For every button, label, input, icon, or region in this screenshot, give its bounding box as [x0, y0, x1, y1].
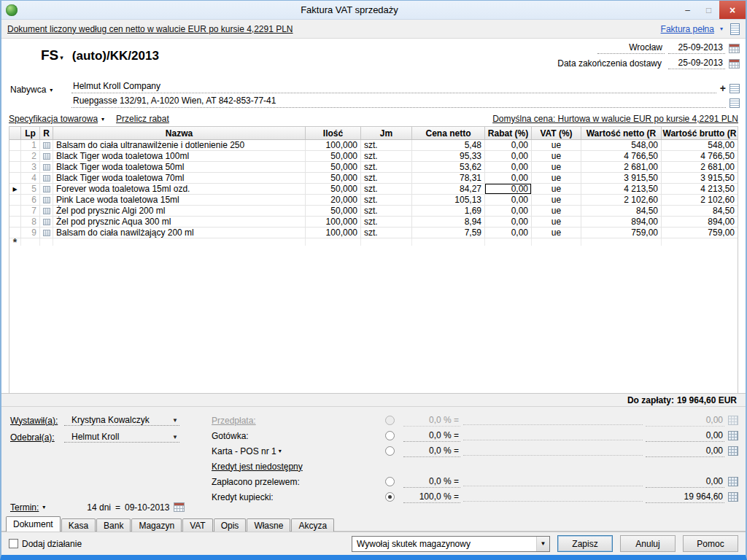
payment-label[interactable]: Kredyt jest niedostępny — [212, 462, 303, 472]
payment-radio[interactable] — [385, 446, 395, 456]
tab-opis[interactable]: Opis — [214, 518, 247, 532]
table-row[interactable]: 4Black Tiger woda toaletowa 70ml50,000sz… — [9, 173, 738, 184]
cell-qty[interactable]: 50,000 — [306, 184, 361, 194]
cell-name[interactable]: Black Tiger woda toaletowa 70ml — [53, 173, 306, 183]
document-icon[interactable] — [730, 23, 740, 35]
cell-unit[interactable]: szt. — [361, 217, 412, 227]
cell-net[interactable]: 894,00 — [581, 217, 662, 227]
calendar-icon[interactable] — [174, 502, 185, 512]
app-icon[interactable] — [6, 4, 18, 16]
maximize-button[interactable]: □ — [698, 1, 719, 19]
table-row[interactable]: 8Żel pod prysznic Aqua 300 ml100,000szt.… — [9, 217, 738, 228]
cell-discount[interactable]: 0,00 — [485, 173, 532, 183]
cell-vat[interactable]: ue — [532, 162, 581, 172]
col-qty[interactable]: Ilość — [306, 127, 361, 139]
cell-net[interactable]: 4 766,50 — [581, 151, 662, 161]
col-name[interactable]: Nazwa — [53, 127, 306, 139]
issuer-combo[interactable]: Krystyna Kowalczyk ▼ — [64, 415, 179, 426]
cell-vat[interactable]: ue — [532, 173, 581, 183]
table-row[interactable]: 9Balsam do ciała nawilżający 200 ml100,0… — [9, 228, 738, 238]
term-date-field[interactable]: 09-10-2013 — [125, 502, 169, 513]
new-row[interactable]: * — [9, 238, 738, 246]
table-row[interactable]: 7Żel pod prysznic Algi 200 ml50,000szt.1… — [9, 206, 738, 217]
cell-qty[interactable]: 100,000 — [306, 140, 361, 150]
cell-lp[interactable]: 1 — [21, 140, 40, 150]
doc-number[interactable]: (auto)/KK/2013 — [72, 49, 159, 63]
tab-kasa[interactable]: Kasa — [61, 518, 96, 532]
payment-radio[interactable] — [385, 492, 395, 502]
percent-field[interactable]: 0,0 % = — [403, 415, 460, 427]
col-unit[interactable]: Jm — [361, 127, 412, 139]
term-selector[interactable]: Termin: ▾ — [10, 502, 77, 513]
cell-vat[interactable]: ue — [532, 195, 581, 205]
cell-net[interactable]: 4 213,50 — [581, 184, 662, 194]
cell-lp[interactable]: 3 — [21, 162, 40, 172]
cell-net[interactable]: 759,00 — [581, 228, 662, 238]
issuer-label[interactable]: Wystawił(a): — [10, 416, 64, 426]
cell-gross[interactable]: 4 213,50 — [662, 184, 738, 194]
cell-lp[interactable]: 7 — [21, 206, 40, 216]
cell-vat[interactable]: ue — [532, 151, 581, 161]
cell-lp[interactable]: 4 — [21, 173, 40, 183]
payment-radio[interactable] — [385, 431, 395, 440]
cell-net[interactable]: 2 681,00 — [581, 162, 662, 172]
cell-gross[interactable]: 759,00 — [662, 228, 738, 238]
buyer-name-field[interactable]: Helmut Kroll Company — [71, 80, 716, 93]
cell-discount[interactable]: 0,00 — [485, 206, 532, 216]
table-row[interactable]: 2Black Tiger woda toaletowa 100ml50,000s… — [9, 151, 738, 162]
calculator-icon[interactable] — [728, 446, 738, 456]
cell-price[interactable]: 5,48 — [412, 140, 485, 150]
recalc-discount-link[interactable]: Przelicz rabat — [116, 114, 169, 124]
cell-vat[interactable]: ue — [532, 140, 581, 150]
payment-label[interactable]: Kredyt kupiecki: — [212, 492, 274, 502]
warehouse-effect-dropdown[interactable]: Wywołaj skutek magazynowy ▼ — [352, 536, 550, 552]
cell-unit[interactable]: szt. — [361, 228, 412, 238]
percent-field[interactable]: 0,0 % = — [403, 446, 460, 457]
cell-unit[interactable]: szt. — [361, 195, 412, 205]
close-button[interactable]: × — [719, 1, 746, 19]
tab-magazyn[interactable]: Magazyn — [131, 518, 182, 532]
cell-price[interactable]: 105,13 — [412, 195, 485, 205]
amount-field[interactable]: 0,00 — [646, 446, 724, 457]
col-vat[interactable]: VAT (%) — [532, 127, 581, 139]
help-button[interactable]: Pomoc — [683, 535, 738, 552]
buyer-selector[interactable]: Nabywca ▾ — [10, 85, 53, 95]
tab-vat[interactable]: VAT — [182, 518, 213, 532]
cell-price[interactable]: 53,62 — [412, 162, 485, 172]
default-price-link[interactable]: Domyślna cena: Hurtowa w walucie EUR po … — [492, 114, 738, 124]
col-lp[interactable]: Lp — [21, 127, 40, 139]
cell-lp[interactable]: 8 — [21, 217, 40, 227]
cell-name[interactable]: Forever woda toaletowa 15ml ozd. — [53, 184, 306, 194]
cell-unit[interactable]: szt. — [361, 162, 412, 172]
cell-name[interactable]: Balsam do ciała ultranawilżenie i dotlen… — [53, 140, 306, 150]
receiver-label[interactable]: Odebrał(a): — [10, 432, 64, 443]
calculator-icon[interactable] — [728, 492, 738, 502]
minimize-button[interactable]: – — [677, 1, 698, 19]
cell-vat[interactable]: ue — [532, 217, 581, 227]
cell-name[interactable]: Black Tiger woda toaletowa 50ml — [53, 162, 306, 172]
save-button[interactable]: Zapisz — [557, 535, 613, 552]
calendar-icon[interactable] — [729, 44, 740, 53]
tab-akcyza[interactable]: Akcyza — [291, 518, 334, 532]
list-icon[interactable] — [729, 98, 740, 108]
cell-gross[interactable]: 3 915,50 — [662, 173, 738, 183]
cell-name[interactable]: Pink Lace woda toaletowa 15ml — [53, 195, 306, 205]
doc-symbol[interactable]: FS — [41, 47, 58, 63]
amount-field[interactable]: 0,00 — [646, 430, 724, 442]
delivery-date-field[interactable]: 25-09-2013 — [668, 58, 725, 69]
payment-label[interactable]: Karta - POS nr 1 — [212, 446, 276, 456]
cell-unit[interactable]: szt. — [361, 140, 412, 150]
cell-price[interactable]: 8,94 — [412, 217, 485, 227]
table-row[interactable]: 3Black Tiger woda toaletowa 50ml50,000sz… — [9, 162, 738, 173]
amount-field[interactable]: 0,00 — [646, 476, 724, 488]
table-row[interactable]: 1Balsam do ciała ultranawilżenie i dotle… — [9, 140, 738, 151]
tab-dokument[interactable]: Dokument — [6, 516, 61, 532]
amount-field[interactable]: 0,00 — [646, 415, 724, 427]
amount-field[interactable]: 19 964,60 — [646, 491, 724, 503]
buyer-address-field[interactable]: Ruepgasse 132/91, A-1020 Wien, AT 842-85… — [71, 95, 726, 108]
cell-unit[interactable]: szt. — [361, 184, 412, 194]
cell-vat[interactable]: ue — [532, 206, 581, 216]
cell-net[interactable]: 548,00 — [581, 140, 662, 150]
add-icon[interactable]: + — [720, 84, 726, 93]
cell-qty[interactable]: 50,000 — [306, 173, 361, 183]
